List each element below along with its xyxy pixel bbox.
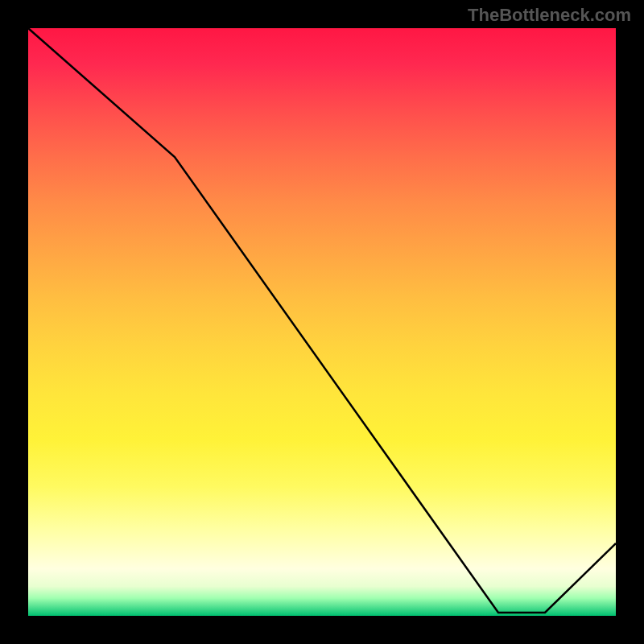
chart-container: TheBottleneck.com	[0, 0, 644, 644]
watermark-text: TheBottleneck.com	[468, 5, 631, 26]
bottleneck-line	[28, 28, 616, 613]
plot-area	[28, 28, 616, 616]
line-plot	[28, 28, 616, 616]
